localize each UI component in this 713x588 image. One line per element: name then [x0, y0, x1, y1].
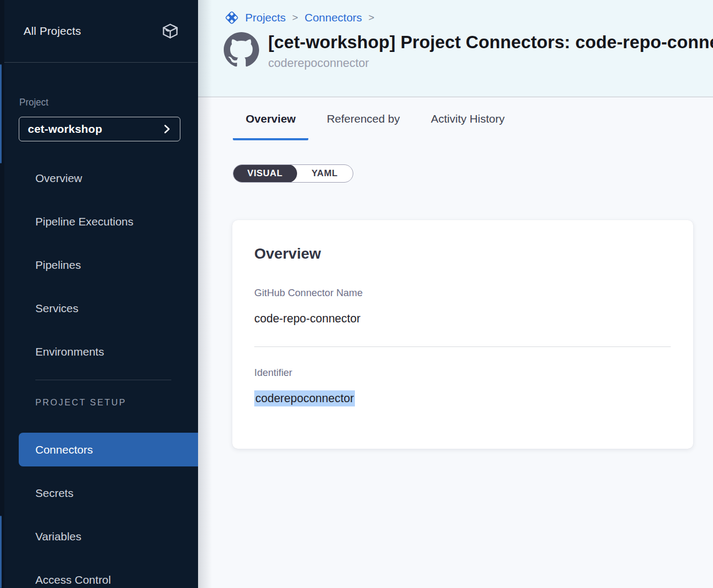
sidebar-item-connectors[interactable]: Connectors — [19, 433, 198, 466]
sidebar-item-pipelines[interactable]: Pipelines — [0, 243, 198, 287]
rail-scroll-indicator-bottom — [0, 516, 2, 588]
visual-yaml-toggle: VISUAL YAML — [233, 164, 353, 183]
breadcrumb-separator: > — [291, 12, 299, 24]
page-subtitle: coderepoconnector — [268, 56, 713, 71]
rail-scroll-indicator-top — [0, 64, 2, 163]
sidebar-item-overview[interactable]: Overview — [0, 156, 198, 200]
project-selector[interactable]: cet-workshop — [19, 117, 180, 141]
tab-overview[interactable]: Overview — [233, 107, 308, 140]
card-heading: Overview — [254, 245, 671, 263]
tab-activity-history[interactable]: Activity History — [418, 107, 518, 140]
title-row: [cet-workshop] Project Connectors: code-… — [224, 31, 713, 71]
project-selector-value: cet-workshop — [28, 123, 102, 135]
connector-name-value: code-repo-connector — [254, 311, 671, 326]
github-icon — [224, 32, 259, 67]
nav-rail — [0, 0, 4, 588]
main-content: Projects > Connectors > [cet-workshop] P… — [198, 0, 713, 588]
chevron-right-icon — [164, 124, 170, 134]
identifier-value: coderepoconnector — [254, 391, 671, 406]
sidebar-item-access-control[interactable]: Access Control — [0, 558, 198, 588]
app-window: All Projects Project cet-workshop Overvi… — [0, 0, 713, 588]
projects-diamond-icon[interactable] — [224, 10, 240, 26]
sidebar-divider — [35, 380, 171, 380]
project-section-label: Project — [19, 96, 198, 109]
page-header: Projects > Connectors > [cet-workshop] P… — [198, 0, 713, 97]
identifier-selected-text: coderepoconnector — [254, 390, 355, 406]
toggle-option-visual[interactable]: VISUAL — [233, 164, 297, 183]
sidebar-item-services[interactable]: Services — [0, 287, 198, 330]
identifier-label: Identifier — [254, 366, 671, 379]
card-divider — [254, 346, 671, 347]
sidebar-item-pipeline-executions[interactable]: Pipeline Executions — [0, 200, 198, 243]
breadcrumb-link-projects[interactable]: Projects — [245, 11, 286, 24]
breadcrumb-link-connectors[interactable]: Connectors — [305, 11, 362, 24]
all-projects-label: All Projects — [24, 25, 81, 37]
sidebar-item-variables[interactable]: Variables — [0, 515, 198, 558]
title-block: [cet-workshop] Project Connectors: code-… — [268, 31, 713, 71]
sidebar-header: All Projects — [4, 0, 198, 63]
breadcrumb: Projects > Connectors > — [224, 9, 713, 26]
tab-bar: Overview Referenced by Activity History — [233, 107, 713, 140]
page-title: [cet-workshop] Project Connectors: code-… — [268, 31, 713, 54]
sidebar: All Projects Project cet-workshop Overvi… — [0, 0, 198, 588]
sidebar-nav: Overview Pipeline Executions Pipelines S… — [0, 156, 198, 373]
breadcrumb-separator: > — [367, 12, 375, 24]
project-setup-section-label: PROJECT SETUP — [35, 396, 198, 408]
sidebar-item-secrets[interactable]: Secrets — [0, 471, 198, 515]
connector-name-label: GitHub Connector Name — [254, 287, 671, 299]
sidebar-setup-nav: Connectors Secrets Variables Access Cont… — [0, 433, 198, 588]
toggle-option-yaml[interactable]: YAML — [297, 165, 353, 182]
cube-icon[interactable] — [161, 21, 180, 41]
sidebar-item-environments[interactable]: Environments — [0, 330, 198, 373]
tab-referenced-by[interactable]: Referenced by — [314, 107, 413, 140]
overview-card: Overview GitHub Connector Name code-repo… — [232, 220, 693, 449]
